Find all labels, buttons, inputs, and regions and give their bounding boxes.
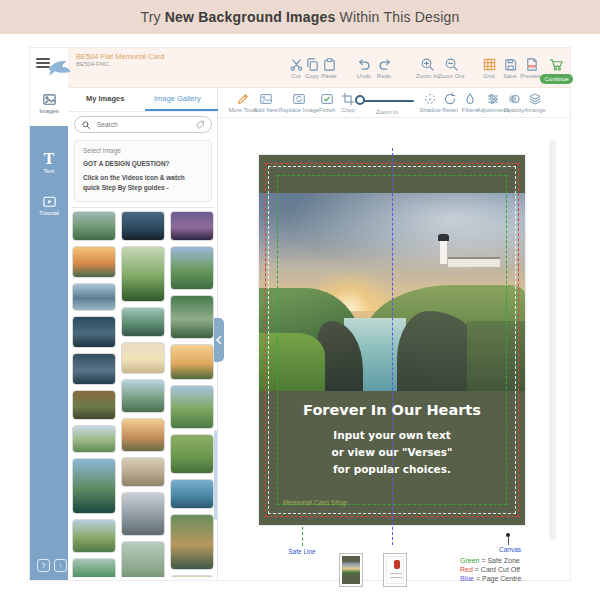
gallery-thumbnail-image[interactable]	[121, 211, 165, 241]
page-thumbnail-back[interactable]	[383, 553, 407, 587]
panel-tabs-divider	[68, 111, 218, 112]
back-page-image	[394, 560, 400, 569]
tag-filter-icon[interactable]	[195, 120, 205, 130]
panel-collapse-handle[interactable]	[214, 318, 224, 362]
zoom-slider-track[interactable]	[360, 100, 414, 102]
sidebar-item-text[interactable]: T Text	[30, 148, 68, 186]
photo-foreground-grass	[259, 333, 325, 391]
canvas-label: Canvas	[480, 546, 540, 553]
sidebar-item-tutorial[interactable]: Tutorial	[30, 190, 68, 228]
gallery-thumbnail-image[interactable]	[170, 295, 214, 339]
search-input[interactable]	[95, 118, 195, 131]
gallery-thumbnail-image[interactable]	[170, 211, 214, 241]
gallery-column	[170, 211, 214, 577]
design-help-box: Select Image GOT A DESIGN QUESTION? Clic…	[74, 140, 212, 202]
gallery-divider	[72, 207, 214, 208]
search-icon	[81, 120, 91, 130]
card-photo[interactable]	[259, 193, 525, 391]
gallery-thumbnail-image[interactable]	[72, 425, 116, 453]
screen: Try New Background Images Within This De…	[0, 0, 600, 600]
gallery-thumbnail-image[interactable]	[72, 246, 116, 278]
banner-text-suffix: Within This Design	[339, 9, 459, 25]
design-question-body: Click on the Videos icon & watch quick S…	[83, 173, 203, 193]
photo-clouds	[259, 193, 525, 283]
zoom-out-button[interactable]: Zoom Out	[434, 57, 468, 79]
gallery-thumbnail-image[interactable]	[170, 344, 214, 380]
card-title-text[interactable]: Forever In Our Hearts	[259, 402, 525, 418]
tab-my-images[interactable]: My Images	[86, 94, 124, 103]
gallery-thumbnail-image[interactable]	[72, 353, 116, 385]
gallery-thumbnail-image[interactable]	[170, 575, 214, 577]
gallery-thumbnail-image[interactable]	[121, 246, 165, 302]
safe-line-label: Safe Line	[272, 548, 332, 555]
gallery-thumbnail-image[interactable]	[121, 307, 165, 337]
canvas-scrollbar[interactable]	[549, 140, 556, 540]
shopping-cart-icon	[549, 57, 564, 72]
active-tab-underline	[145, 109, 218, 111]
card-body-text[interactable]: Input your own text or view our "Verses"…	[259, 427, 525, 478]
gallery-thumbnail-image[interactable]	[170, 479, 214, 509]
legend-row: Red = Card Cut Off	[460, 565, 521, 574]
gallery-column	[72, 211, 116, 577]
banner-text: Try	[140, 9, 160, 25]
redo-button[interactable]: Redo	[367, 57, 401, 79]
video-tutorial-icon	[42, 194, 57, 209]
product-title: BE504 Flat Memorial Card	[76, 52, 164, 61]
help-button[interactable]: ?	[37, 559, 50, 572]
gallery-thumbnail-image[interactable]	[170, 434, 214, 474]
gallery-thumbnail-image[interactable]	[72, 558, 116, 577]
search-box[interactable]	[74, 116, 212, 133]
continue-button[interactable]: Continue	[540, 74, 573, 84]
card-brand-text[interactable]: Memorial Card Shop	[283, 499, 347, 506]
images-icon	[42, 92, 57, 107]
gallery-thumbnail-image[interactable]	[72, 316, 116, 348]
gallery-thumbnail-image[interactable]	[170, 385, 214, 429]
text-tool-icon: T	[30, 152, 68, 167]
chevron-left-icon	[215, 335, 223, 345]
gallery-thumbnail-image[interactable]	[121, 457, 165, 487]
panel-scrollbar[interactable]	[214, 430, 217, 520]
gallery-thumbnail-image[interactable]	[72, 519, 116, 553]
redo-arrow-icon	[377, 57, 392, 72]
layers-icon	[528, 92, 542, 106]
scroll-up-button[interactable]: ↑	[54, 559, 67, 572]
continue-cart[interactable]	[539, 57, 573, 72]
gallery-thumbnail-image[interactable]	[170, 246, 214, 290]
crop-icon	[341, 92, 355, 106]
promo-banner: Try New Background Images Within This De…	[0, 0, 600, 34]
pdf-page-icon: PDF	[524, 57, 539, 72]
product-code: BE504-FMC	[76, 61, 164, 69]
gallery-thumbnail-image[interactable]	[72, 283, 116, 311]
lighthouse-tower	[440, 240, 447, 264]
product-info: BE504 Flat Memorial Card H105mm x W74mm(…	[76, 52, 164, 69]
lighthouse-buildings	[448, 257, 500, 267]
legend-row: Blue = Page Centre	[460, 574, 521, 583]
pencil-icon	[236, 92, 250, 106]
clipboard-icon	[322, 57, 337, 72]
svg-text:PDF: PDF	[528, 64, 536, 69]
magnifier-plus-icon	[420, 57, 435, 72]
paste-button[interactable]: Paste	[312, 57, 346, 79]
tab-image-gallery[interactable]: Image Gallery	[154, 94, 201, 103]
gallery-thumbnail-image[interactable]	[72, 211, 116, 241]
gallery-thumbnail-image[interactable]	[170, 514, 214, 570]
gallery-thumbnail-image[interactable]	[121, 379, 165, 413]
gallery-thumbnail-image[interactable]	[121, 492, 165, 536]
zoom-slider-knob[interactable]	[355, 95, 365, 105]
sidebar-item-images[interactable]: Images	[30, 88, 68, 126]
gallery-thumbnail-image[interactable]	[121, 541, 165, 577]
safe-line-pointer	[302, 527, 303, 546]
gallery-thumbnail-image[interactable]	[121, 342, 165, 374]
replace-image-icon	[292, 92, 306, 106]
legend-row: Green = Safe Zone	[460, 556, 521, 565]
arrange-button[interactable]: Arrange	[518, 92, 552, 113]
gallery-thumbnail-image[interactable]	[72, 390, 116, 420]
page-thumbnail-front[interactable]	[339, 553, 363, 587]
gallery-thumbnail-image[interactable]	[72, 458, 116, 514]
banner-highlight: New Background Images	[165, 9, 336, 25]
gallery-thumbnail-image[interactable]	[121, 418, 165, 452]
image-gallery-grid	[72, 211, 214, 577]
image-icon	[259, 92, 273, 106]
design-question-heading: GOT A DESIGN QUESTION?	[83, 160, 203, 167]
lighthouse-cap	[438, 234, 449, 241]
